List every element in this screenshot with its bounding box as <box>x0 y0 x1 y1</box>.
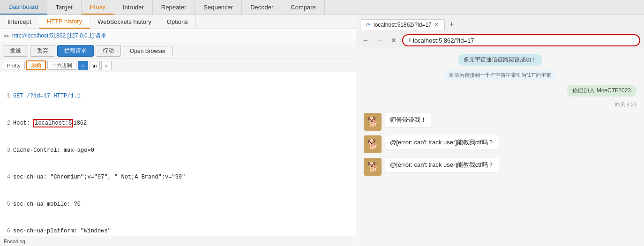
tab-http-history[interactable]: HTTP history <box>39 15 90 29</box>
main-layout: Intercept HTTP history WebSockets histor… <box>0 15 644 246</box>
raw-button[interactable]: 原始 <box>26 60 46 70</box>
discard-button[interactable]: 丢弃 <box>30 45 55 57</box>
message-text-3: @[error: can't track user]能教我ctf吗？ <box>390 161 494 168</box>
action-button[interactable]: 行动 <box>96 45 121 57</box>
list-icon[interactable]: ≡ <box>78 61 88 70</box>
avatar-3: 🐕 <box>364 158 382 176</box>
left-panel: Intercept HTTP history WebSockets histor… <box>0 15 356 246</box>
menu-bar: Dashboard Target Proxy Intruder Repeater… <box>0 0 644 15</box>
http-line-2: 2Host: localhost:51862 <box>3 119 353 128</box>
menu-item-target[interactable]: Target <box>47 0 82 15</box>
open-browser-button[interactable]: Open Browser <box>123 46 173 56</box>
right-panel: ⟳ localhost:51862/?id=17 ✕ + ← → ✕ ℹ loc… <box>356 15 644 246</box>
menu-item-proxy[interactable]: Proxy <box>82 0 114 15</box>
avatar-img-1: 🐕 <box>364 113 382 131</box>
http-content: 1GET /?id=17 HTTP/1.1 2Host: localhost:5… <box>0 72 356 236</box>
loading-spinner: ⟳ <box>366 22 371 28</box>
new-tab-button[interactable]: + <box>446 18 458 30</box>
hex-button[interactable]: 十六进制 <box>47 61 76 70</box>
message-bubble-3: @[error: can't track user]能教我ctf吗？ <box>385 158 499 172</box>
address-text: localhost:5 862/?id=17 <box>413 37 474 44</box>
menu-item-decoder[interactable]: Decoder <box>242 0 282 15</box>
tab-title: localhost:51862/?id=17 <box>374 22 432 28</box>
menu-item-sequencer[interactable]: Sequencer <box>195 0 242 15</box>
avatar-img-2: 🐕 <box>364 135 382 153</box>
url-display: http://localhost:51862 [127.0.0.1] 请求 <box>12 32 106 40</box>
http-line-1: 1GET /?id=17 HTTP/1.1 <box>3 92 353 101</box>
encoding-bar: Encoding <box>0 236 356 246</box>
newline-icon[interactable]: \n <box>90 61 100 70</box>
http-line-3: 3Cache-Control: max-age=0 <box>3 146 353 155</box>
message-bubble-2: @[error: can't track user]能教我ctf吗？ <box>385 135 499 149</box>
close-nav-button[interactable]: ✕ <box>388 35 399 46</box>
back-button[interactable]: ← <box>360 35 371 46</box>
menu-item-intruder[interactable]: Intruder <box>114 0 153 15</box>
browser-chrome: ⟳ localhost:51862/?id=17 ✕ + ← → ✕ ℹ loc… <box>356 15 644 49</box>
message-text-2: @[error: can't track user]能教我ctf吗？ <box>390 139 494 146</box>
encoding-label: Encoding <box>4 239 25 244</box>
menu-item-dashboard[interactable]: Dashboard <box>0 0 47 15</box>
tab-options[interactable]: Options <box>159 15 196 29</box>
intercept-button[interactable]: 拦截请求 <box>57 45 94 57</box>
address-icon: ℹ <box>409 37 411 44</box>
avatar-1: 🐕 <box>364 113 382 131</box>
notice-join: 你已加入 MoeCTF2023 <box>567 85 637 97</box>
menu-item-compare[interactable]: Compare <box>282 0 324 15</box>
avatar-2: 🐕 <box>364 135 382 153</box>
browser-tab[interactable]: ⟳ localhost:51862/?id=17 ✕ <box>360 19 445 30</box>
avatar-img-3: 🐕 <box>364 158 382 176</box>
toolbar: 发送 丢弃 拦截请求 行动 Open Browser <box>0 43 356 59</box>
format-bar: Pretty 原始 十六进制 ≡ \n ≡ <box>0 59 356 72</box>
chat-message-3: 🐕 @[error: can't track user]能教我ctf吗？ <box>364 158 637 176</box>
notice-universe: 目前为链接到一千个宇宙中索引为"17"的宇宙 <box>444 70 556 80</box>
chat-message-2: 🐕 @[error: can't track user]能教我ctf吗？ <box>364 135 637 153</box>
http-line-6: 6sec-ch-ua-platform: "Windows" <box>3 227 353 236</box>
pretty-button[interactable]: Pretty <box>3 62 25 69</box>
menu-item-repeater[interactable]: Repeater <box>153 0 195 15</box>
sub-tab-bar: Intercept HTTP history WebSockets histor… <box>0 15 356 29</box>
url-bar: ✏ http://localhost:51862 [127.0.0.1] 请求 <box>0 29 356 43</box>
tab-websockets[interactable]: WebSockets history <box>90 15 159 29</box>
message-text-1: 师傅带带我！ <box>390 116 427 123</box>
address-bar[interactable]: ℹ localhost:5 862/?id=17 <box>402 34 640 46</box>
http-line-4: 4sec-ch-ua: "Chromium";v="97", " Not;A B… <box>3 173 353 182</box>
wrap-icon[interactable]: ≡ <box>101 61 112 70</box>
chat-timestamp: 昨天 9:23 <box>615 101 637 108</box>
message-bubble-1: 师傅带带我！ <box>385 113 431 127</box>
edit-icon: ✏ <box>4 32 9 40</box>
notice-multiverse: 多元宇宙通信链路架设成功！ <box>458 54 542 66</box>
chat-area: 多元宇宙通信链路架设成功！ 目前为链接到一千个宇宙中索引为"17"的宇宙 你已加… <box>356 49 644 246</box>
tab-intercept[interactable]: Intercept <box>0 15 39 29</box>
browser-nav-bar: ← → ✕ ℹ localhost:5 862/?id=17 <box>356 32 644 49</box>
forward-button[interactable]: → <box>374 35 385 46</box>
chat-message-1: 🐕 师傅带带我！ <box>364 113 637 131</box>
send-button[interactable]: 发送 <box>3 45 28 57</box>
tab-close-button[interactable]: ✕ <box>434 22 439 28</box>
browser-tab-bar: ⟳ localhost:51862/?id=17 ✕ + <box>356 15 644 32</box>
http-line-5: 5sec-ch-ua-mobile: ?0 <box>3 200 353 209</box>
